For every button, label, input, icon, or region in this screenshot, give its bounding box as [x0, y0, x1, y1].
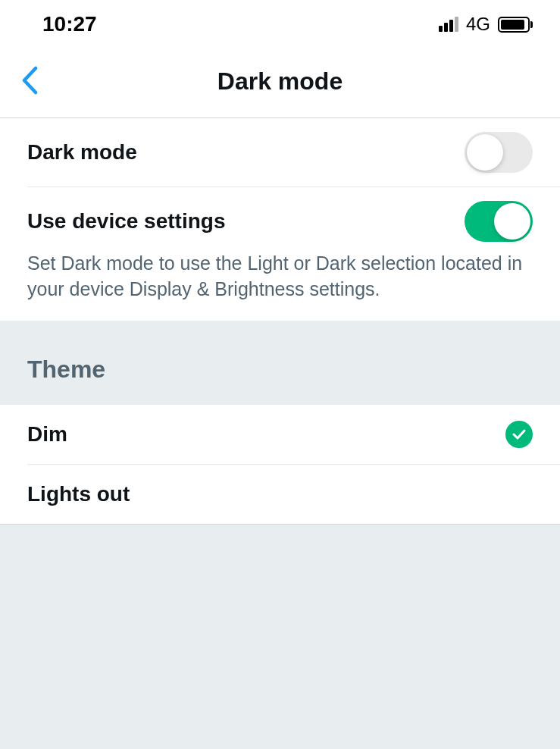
theme-section-title: Theme [27, 356, 533, 384]
toggle-knob [494, 203, 530, 240]
theme-section-header: Theme [0, 321, 560, 405]
use-device-settings-toggle[interactable] [465, 201, 533, 242]
use-device-settings-label: Use device settings [27, 209, 225, 233]
dark-mode-section: Dark mode Use device settings Set Dark m… [0, 118, 560, 321]
battery-icon [498, 17, 533, 33]
nav-header: Dark mode [0, 45, 560, 118]
page-title: Dark mode [217, 67, 343, 96]
dark-mode-toggle[interactable] [465, 132, 533, 173]
theme-options: Dim Lights out [0, 405, 560, 525]
status-indicators: 4G [439, 14, 533, 35]
use-device-settings-row: Use device settings [0, 187, 560, 248]
signal-icon [439, 17, 458, 32]
back-button[interactable] [21, 66, 38, 98]
toggle-knob [467, 134, 503, 171]
dark-mode-label: Dark mode [27, 140, 137, 165]
network-label: 4G [466, 14, 490, 35]
theme-option-dim[interactable]: Dim [0, 405, 560, 464]
use-device-settings-help: Set Dark mode to use the Light or Dark s… [0, 248, 560, 321]
theme-option-label: Lights out [27, 482, 130, 506]
dark-mode-row: Dark mode [0, 118, 560, 186]
status-time: 10:27 [42, 12, 97, 36]
theme-option-lights-out[interactable]: Lights out [0, 465, 560, 524]
selected-check [505, 421, 533, 448]
chevron-left-icon [21, 66, 38, 95]
theme-option-label: Dim [27, 422, 67, 447]
check-icon [512, 427, 527, 442]
status-bar: 10:27 4G [0, 0, 560, 45]
